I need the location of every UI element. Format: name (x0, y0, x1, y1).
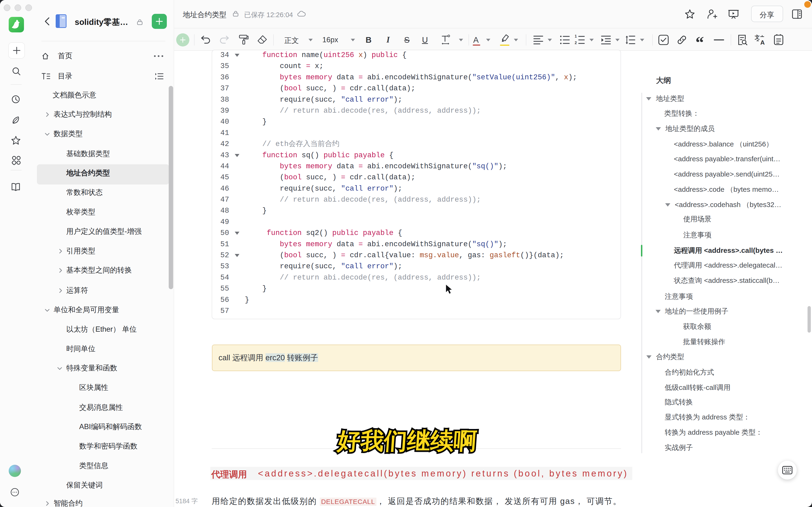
svg-text:1: 1 (575, 34, 577, 38)
svg-text:2: 2 (575, 41, 577, 45)
svg-text:A: A (760, 39, 765, 46)
svg-text:文: 文 (755, 34, 760, 40)
